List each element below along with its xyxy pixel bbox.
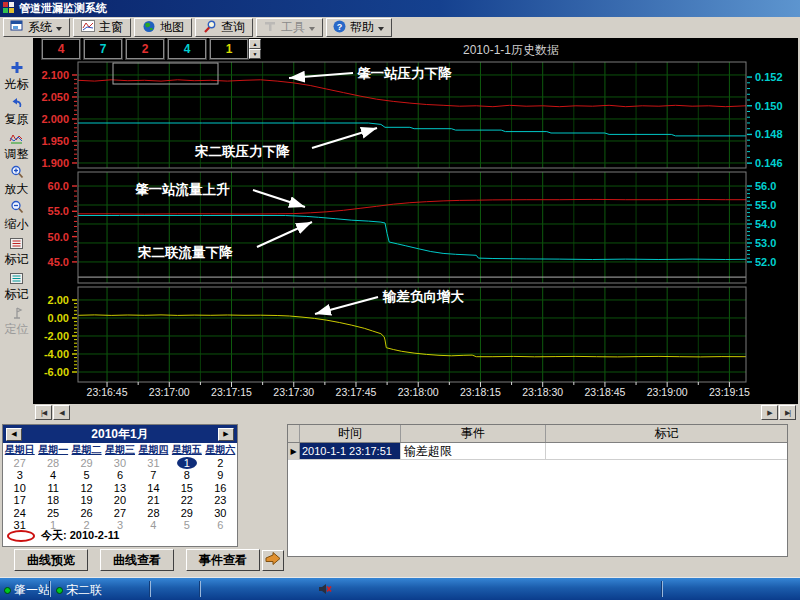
scroll-left-button[interactable]: ◀: [53, 405, 70, 420]
spinner-up-button[interactable]: ▲: [249, 39, 261, 49]
calendar-day[interactable]: 28: [36, 457, 69, 469]
calendar-day[interactable]: 22: [170, 494, 203, 506]
curve-preview-button[interactable]: 曲线预览: [14, 549, 88, 571]
calendar-day[interactable]: 1: [170, 457, 203, 469]
scroll-right-button[interactable]: ▶: [761, 405, 778, 420]
calendar-day[interactable]: 2: [204, 457, 237, 469]
mark-red-tool[interactable]: 标记: [0, 235, 33, 266]
column-header: 时间: [300, 425, 401, 442]
menu-label: 系统: [28, 19, 52, 36]
svg-text:50.0: 50.0: [48, 231, 69, 243]
system-menu-button[interactable]: 系统: [3, 18, 70, 37]
calendar-day[interactable]: 13: [103, 482, 136, 494]
calendar-day[interactable]: 23: [204, 494, 237, 506]
chart-annotation: 宋二联压力下降: [194, 144, 290, 159]
scroll-end-button[interactable]: ▶|: [779, 405, 796, 420]
calendar-next-button[interactable]: ▶: [218, 428, 234, 441]
events-table: 时间事件标记▶2010-1-1 23:17:51输差超限: [287, 424, 788, 557]
calendar-day[interactable]: 6: [103, 469, 136, 481]
calendar-day[interactable]: 29: [170, 507, 203, 519]
svg-text:1.950: 1.950: [41, 135, 69, 147]
menu-label: 主窗: [99, 19, 123, 36]
calendar-day[interactable]: 27: [103, 507, 136, 519]
svg-text:?: ?: [337, 21, 343, 31]
calendar-day[interactable]: 10: [3, 482, 36, 494]
calendar-day[interactable]: 28: [137, 507, 170, 519]
status-separator: [150, 581, 151, 597]
calendar-day[interactable]: 16: [204, 482, 237, 494]
svg-text:-6.00: -6.00: [44, 366, 69, 378]
calendar-day[interactable]: 26: [70, 507, 103, 519]
map-menu-button[interactable]: 地图: [134, 18, 192, 37]
restore-tool[interactable]: 复原: [0, 95, 33, 126]
calendar-today-row[interactable]: 今天: 2010-2-11: [7, 528, 119, 543]
calendar-day[interactable]: 6: [204, 519, 237, 531]
help-menu-button[interactable]: ?帮助: [326, 18, 392, 37]
scroll-home-button[interactable]: |◀: [35, 405, 52, 420]
svg-text:45.0: 45.0: [48, 256, 69, 268]
time-scrollbar[interactable]: |◀◀▶▶|: [33, 404, 798, 422]
calendar-day[interactable]: 18: [36, 494, 69, 506]
curve-view-button[interactable]: 曲线查看: [100, 549, 174, 571]
calendar-day[interactable]: 5: [170, 519, 203, 531]
calendar-day[interactable]: 29: [70, 457, 103, 469]
crosshair-icon: [10, 60, 24, 78]
system-icon: [10, 20, 24, 35]
main-window-menu-button[interactable]: 主窗: [73, 18, 131, 37]
chart-annotation: 肇一站压力下降: [356, 66, 452, 81]
calendar-prev-button[interactable]: ◀: [6, 428, 22, 441]
channel-selector-4[interactable]: 4: [168, 39, 206, 59]
calendar-day[interactable]: 5: [70, 469, 103, 481]
calendar-day[interactable]: 7: [137, 469, 170, 481]
x-axis-tick-label: 23:17:45: [336, 386, 377, 398]
calendar-day[interactable]: 20: [103, 494, 136, 506]
channel-selector-3[interactable]: 2: [126, 39, 164, 59]
cursor-tool[interactable]: 光标: [0, 60, 33, 91]
calendar-day[interactable]: 12: [70, 482, 103, 494]
adjust-icon: [9, 130, 24, 148]
calendar-day[interactable]: 11: [36, 482, 69, 494]
zoom-out-tool[interactable]: 缩小: [0, 200, 33, 231]
calendar-day[interactable]: 25: [36, 507, 69, 519]
channel-selector-2[interactable]: 7: [84, 39, 122, 59]
event-view-button[interactable]: 事件查看: [186, 549, 260, 571]
calendar-month-title: 2010年1月: [91, 426, 148, 443]
locate-tool: 定位: [0, 305, 33, 336]
chart-region: 47241▲▼ 2010-1-1历史数据 2.1002.0502.0001.95…: [33, 38, 798, 404]
apply-button[interactable]: [262, 550, 284, 571]
query-menu-button[interactable]: 查询: [195, 18, 253, 37]
svg-text:0.146: 0.146: [755, 157, 783, 169]
calendar-day[interactable]: 14: [137, 482, 170, 494]
calendar-day[interactable]: 30: [204, 507, 237, 519]
event-name-cell: 输差超限: [401, 443, 546, 459]
channel-selector-1[interactable]: 4: [42, 39, 80, 59]
calendar-day[interactable]: 4: [36, 469, 69, 481]
calendar-day[interactable]: 4: [137, 519, 170, 531]
calendar-day[interactable]: 19: [70, 494, 103, 506]
calendar-day[interactable]: 9: [204, 469, 237, 481]
weekday-label: 星期四: [137, 443, 170, 457]
mark-cyan-tool[interactable]: 标记: [0, 270, 33, 301]
adjust-tool[interactable]: 调整: [0, 130, 33, 161]
zoom-in-tool[interactable]: 放大: [0, 165, 33, 196]
calendar-day[interactable]: 17: [3, 494, 36, 506]
calendar-day[interactable]: 30: [103, 457, 136, 469]
query-icon: [203, 20, 217, 36]
calendar-day[interactable]: 31: [137, 457, 170, 469]
calendar-day[interactable]: 27: [3, 457, 36, 469]
calendar-grid: 2728293031123456789101112131415161718192…: [3, 457, 237, 531]
menu-label: 地图: [160, 19, 184, 36]
calendar-day[interactable]: 3: [3, 469, 36, 481]
calendar-day[interactable]: 21: [137, 494, 170, 506]
spinner-down-button[interactable]: ▼: [249, 49, 261, 59]
svg-text:0.152: 0.152: [755, 71, 783, 83]
calendar-day[interactable]: 24: [3, 507, 36, 519]
channel-selector-5[interactable]: 1: [210, 39, 248, 59]
table-row[interactable]: ▶2010-1-1 23:17:51输差超限: [288, 443, 787, 460]
calendar-day[interactable]: 15: [170, 482, 203, 494]
calendar-day[interactable]: 8: [170, 469, 203, 481]
tools-menu-button: 工具: [256, 18, 323, 37]
chevron-down-icon: [56, 21, 63, 35]
x-axis-tick-label: 23:18:45: [584, 386, 625, 398]
svg-text:0.00: 0.00: [48, 312, 69, 324]
